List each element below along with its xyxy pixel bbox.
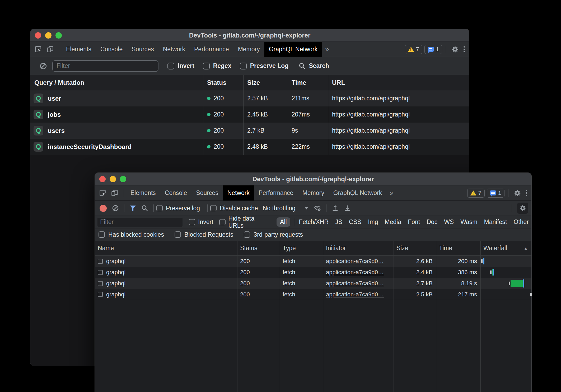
more-tabs-button[interactable]: » — [322, 42, 332, 57]
column-waterfall[interactable]: Waterfall ▲ — [480, 245, 532, 252]
row-checkbox[interactable] — [98, 259, 103, 264]
device-toolbar-icon[interactable] — [109, 185, 120, 200]
filter-input[interactable] — [52, 60, 158, 72]
tab-console[interactable]: Console — [96, 42, 127, 57]
checkbox[interactable] — [189, 219, 195, 225]
table-row[interactable]: graphql 200 fetch application-a7ca9d0… 2… — [95, 256, 531, 267]
filter-type-img[interactable]: Img — [368, 218, 378, 226]
column-status[interactable]: Status — [203, 79, 243, 86]
close-window-button[interactable] — [35, 32, 41, 39]
tab-network[interactable]: Network — [223, 185, 254, 200]
column-initiator[interactable]: Initiator — [323, 245, 394, 252]
filter-type-wasm[interactable]: Wasm — [460, 218, 477, 226]
initiator-link[interactable]: application-a7ca9d0… — [326, 291, 384, 298]
close-window-button[interactable] — [99, 176, 106, 182]
export-har-icon[interactable] — [341, 204, 353, 212]
preserve-log-checkbox[interactable]: Preserve log — [156, 205, 200, 212]
column-type[interactable]: Type — [280, 245, 323, 252]
filter-type-ws[interactable]: WS — [444, 218, 454, 226]
tab-performance[interactable]: Performance — [190, 42, 233, 57]
disable-cache-checkbox[interactable]: Disable cache — [210, 205, 258, 212]
initiator-link[interactable]: application-a7ca9d0… — [326, 258, 384, 264]
preserve-log-checkbox[interactable]: Preserve Log — [240, 62, 289, 69]
tab-graphql-network[interactable]: GraphQL Network — [264, 42, 322, 57]
table-row[interactable]: graphql 200 fetch application-a7ca9d0… 2… — [95, 289, 531, 300]
zoom-window-button[interactable] — [120, 176, 126, 182]
minimize-window-button[interactable] — [110, 176, 116, 182]
checkbox[interactable] — [240, 63, 247, 69]
column-name[interactable]: Name — [95, 245, 237, 252]
record-network-log-button[interactable] — [100, 205, 107, 212]
tab-performance[interactable]: Performance — [254, 185, 298, 200]
inspect-element-icon[interactable] — [95, 185, 109, 200]
column-time[interactable]: Time — [288, 79, 328, 86]
invert-checkbox[interactable]: Invert — [167, 62, 194, 69]
regex-checkbox[interactable]: Regex — [203, 62, 231, 69]
clear-icon[interactable] — [109, 204, 121, 212]
network-settings-gear-button[interactable] — [517, 203, 528, 214]
settings-gear-icon[interactable] — [449, 42, 461, 57]
checkbox[interactable] — [99, 231, 105, 238]
initiator-link[interactable]: application-a7ca9d0… — [326, 269, 384, 276]
filter-type-css[interactable]: CSS — [349, 218, 361, 226]
filter-funnel-icon[interactable] — [127, 205, 139, 212]
inspect-element-icon[interactable] — [30, 42, 44, 57]
throttling-dropdown[interactable]: No throttling — [263, 205, 308, 212]
warnings-badge[interactable]: 7 — [467, 189, 485, 198]
table-row[interactable]: graphql 200 fetch application-a7ca9d0… 2… — [95, 278, 531, 289]
tab-network[interactable]: Network — [158, 42, 190, 57]
zoom-window-button[interactable] — [55, 32, 62, 39]
blocked-requests-checkbox[interactable]: Blocked Requests — [175, 231, 233, 238]
filter-input[interactable] — [97, 218, 183, 227]
filter-type-doc[interactable]: Doc — [427, 218, 437, 226]
filter-type-media[interactable]: Media — [385, 218, 401, 226]
row-checkbox[interactable] — [98, 270, 103, 275]
third-party-requests-checkbox[interactable]: 3rd-party requests — [244, 231, 303, 238]
checkbox[interactable] — [203, 63, 210, 69]
checkbox[interactable] — [156, 205, 163, 211]
has-blocked-cookies-checkbox[interactable]: Has blocked cookies — [99, 231, 164, 238]
tab-memory[interactable]: Memory — [298, 185, 329, 200]
table-row[interactable]: Quser 200 2.57 kB 211ms https://gitlab.c… — [30, 90, 469, 106]
tab-console[interactable]: Console — [160, 185, 191, 200]
clear-icon[interactable] — [35, 62, 50, 70]
device-toolbar-icon[interactable] — [44, 42, 56, 57]
row-checkbox[interactable] — [98, 281, 103, 286]
hide-data-urls-checkbox[interactable]: Hide data URLs — [219, 215, 271, 229]
initiator-link[interactable]: application-a7ca9d0… — [326, 280, 384, 287]
filter-type-js[interactable]: JS — [335, 218, 342, 226]
issues-badge[interactable]: 1 — [487, 189, 504, 198]
table-row[interactable]: Qusers 200 2.7 kB 9s https://gitlab.com/… — [30, 123, 469, 139]
network-conditions-icon[interactable] — [311, 204, 324, 212]
tab-sources[interactable]: Sources — [191, 185, 223, 200]
settings-gear-icon[interactable] — [511, 185, 524, 200]
checkbox[interactable] — [175, 231, 181, 238]
row-checkbox[interactable] — [98, 292, 103, 297]
issues-badge[interactable]: 1 — [424, 45, 442, 54]
more-tabs-button[interactable]: » — [386, 185, 396, 200]
more-options-kebab-icon[interactable] — [524, 185, 531, 200]
tab-sources[interactable]: Sources — [127, 42, 158, 57]
filter-type-manifest[interactable]: Manifest — [484, 218, 507, 226]
column-query-mutation[interactable]: Query / Mutation — [30, 79, 203, 86]
minimize-window-button[interactable] — [45, 32, 52, 39]
table-row[interactable]: Qjobs 200 2.45 kB 207ms https://gitlab.c… — [30, 106, 469, 123]
checkbox[interactable] — [210, 205, 217, 211]
search-button[interactable]: Search — [298, 62, 329, 70]
tab-memory[interactable]: Memory — [233, 42, 264, 57]
filter-type-font[interactable]: Font — [408, 218, 420, 226]
invert-checkbox[interactable]: Invert — [189, 218, 213, 226]
column-url[interactable]: URL — [328, 79, 470, 86]
warnings-badge[interactable]: 7 — [405, 45, 422, 54]
checkbox[interactable] — [244, 231, 250, 238]
column-status[interactable]: Status — [237, 245, 280, 252]
tab-elements[interactable]: Elements — [62, 42, 96, 57]
filter-type-other[interactable]: Other — [513, 218, 529, 226]
column-size[interactable]: Size — [394, 245, 436, 252]
table-row[interactable]: graphql 200 fetch application-a7ca9d0… 2… — [95, 267, 531, 278]
checkbox[interactable] — [219, 219, 226, 225]
column-size[interactable]: Size — [243, 79, 288, 86]
table-row[interactable]: QinstanceSecurityDashboard 200 2.48 kB 2… — [30, 139, 469, 155]
filter-type-all[interactable]: All — [277, 217, 290, 227]
checkbox[interactable] — [167, 63, 174, 69]
